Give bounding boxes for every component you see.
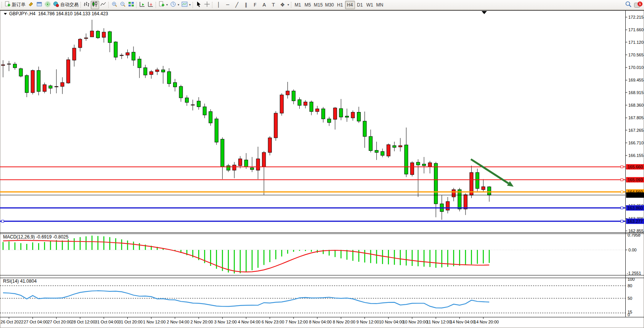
text-label-tool[interactable]: T: [269, 1, 278, 9]
chart-type-group: [80, 0, 108, 10]
templates-button[interactable]: ▾: [180, 1, 192, 9]
timeframe-d1-button[interactable]: D1: [355, 1, 365, 9]
candle-body-up: [304, 102, 307, 106]
chart-background: [0, 10, 644, 328]
price-tick-label: 167.265: [628, 128, 644, 133]
hline-handle[interactable]: [621, 207, 623, 209]
candle-body-up: [191, 105, 194, 105]
arrows-tool[interactable]: ✥▾: [278, 1, 290, 9]
candle-body-down: [37, 70, 40, 91]
candle-body-down: [292, 91, 295, 101]
candle-body-down: [167, 72, 171, 84]
charts-window-button[interactable]: [35, 1, 43, 9]
trendline-tool[interactable]: ╱: [232, 1, 241, 9]
signals-button[interactable]: [43, 1, 52, 9]
chart-title-ohlc: 164.786 164.810 164.133 164.423: [38, 11, 108, 16]
candle-body-down: [25, 75, 29, 93]
brush-icon: [28, 1, 34, 8]
candle-body-up: [452, 190, 455, 197]
candle-body-up: [149, 72, 153, 75]
cursor-button[interactable]: [194, 1, 203, 9]
hline-price-label: 163.860: [628, 206, 643, 210]
hline-handle[interactable]: [621, 220, 623, 222]
candle-body-up: [446, 202, 450, 210]
timeframe-h4-button[interactable]: H4: [345, 1, 355, 9]
price-tick-label: 169.455: [628, 78, 644, 82]
line-chart-button[interactable]: [99, 1, 108, 9]
text-tool[interactable]: A: [260, 1, 269, 9]
trade-group: 新订单 自动交易: [1, 0, 80, 10]
candle-body-down: [375, 150, 378, 152]
candle-body-up: [351, 112, 355, 118]
time-tick-label: 1 Nov 12:00: [143, 320, 165, 324]
candle-body-down: [96, 31, 100, 38]
timeframe-m1-button[interactable]: M1: [293, 1, 303, 9]
horizontal-line-tool[interactable]: ─: [223, 1, 232, 9]
text-label-tool-icon: T: [270, 2, 277, 8]
time-tick-label: 28 Oct 12:00: [71, 320, 95, 324]
crosshair-button[interactable]: [203, 1, 211, 9]
clock-icon: [170, 1, 176, 8]
timeframe-m15-button[interactable]: M15: [313, 1, 324, 9]
hline-handle[interactable]: [621, 191, 623, 193]
candle-body-up: [398, 146, 402, 147]
time-tick-label: 9 Nov 12:00: [357, 320, 379, 324]
candle-body-down: [144, 68, 147, 75]
tile-windows-button[interactable]: [127, 1, 135, 9]
candle-body-up: [262, 152, 266, 166]
periods-button[interactable]: ▾: [169, 1, 180, 9]
zoom-out-button[interactable]: [119, 1, 127, 9]
candle-body-up: [55, 86, 58, 87]
bar-chart-button[interactable]: [82, 1, 91, 9]
price-tick-label: 167.805: [628, 115, 644, 120]
hline-handle[interactable]: [2, 220, 4, 222]
line-chart-icon: [100, 1, 106, 8]
zoom-in-button[interactable]: [110, 1, 119, 9]
caret-down-icon: ▾: [166, 3, 168, 6]
hline-price-label: 163.277: [628, 219, 643, 224]
candle-body-up: [67, 60, 70, 83]
scroll-group: [135, 0, 155, 10]
time-tick-label: 7 Nov 12:00: [285, 320, 308, 324]
indicators-button[interactable]: ▾: [157, 1, 169, 9]
candle-body-down: [381, 152, 384, 155]
candle-body-up: [333, 108, 337, 119]
timeframe-w1-button[interactable]: W1: [365, 1, 375, 9]
styler-button[interactable]: [27, 1, 35, 9]
fibonacci-tool[interactable]: F: [251, 1, 260, 9]
candle-body-up: [256, 159, 260, 170]
indicators-icon: [159, 1, 165, 8]
candle-body-down: [321, 109, 325, 119]
hline-price-label: 165.093: [628, 178, 643, 182]
hline-handle[interactable]: [621, 179, 623, 181]
candle-body-up: [7, 64, 11, 64]
chart-canvas[interactable]: 172.215171.660171.120170.565170.010169.4…: [0, 10, 644, 328]
candle-body-up: [43, 85, 46, 91]
price-tick-label: 171.660: [628, 27, 644, 32]
notifications-button[interactable]: 1: [634, 2, 642, 8]
candle-body-down: [138, 59, 141, 68]
candlestick-chart-button[interactable]: [91, 1, 99, 9]
equidistant-channel-tool[interactable]: ∥: [241, 1, 251, 9]
zoom-out-icon: [120, 1, 126, 8]
horizontal-line-tool-icon: ─: [224, 2, 231, 8]
hline-handle[interactable]: [621, 166, 623, 168]
new-order-button[interactable]: 新订单: [3, 1, 27, 9]
text-tool-icon: A: [261, 2, 268, 8]
drawing-tools-group: │─╱∥FAT✥▾: [211, 0, 290, 10]
timeframe-h1-button[interactable]: H1: [335, 1, 345, 9]
macd-label: MACD(12,26,9) -0.6919 -0.8025: [3, 234, 69, 240]
candle-body-down: [132, 52, 135, 60]
autotrade-button[interactable]: 自动交易: [52, 1, 80, 9]
timeframe-mn-button[interactable]: MN: [375, 1, 385, 9]
vertical-line-tool[interactable]: │: [214, 1, 223, 9]
timeframe-m5-button[interactable]: M5: [303, 1, 313, 9]
zoom-group: [108, 0, 135, 10]
chart-shift-button[interactable]: [146, 1, 155, 9]
fibonacci-tool-icon: F: [252, 2, 259, 8]
hline-price-label: 165.660: [628, 165, 643, 169]
timeframe-m30-button[interactable]: M30: [324, 1, 335, 9]
candle-body-down: [221, 139, 224, 166]
auto-scroll-button[interactable]: [138, 1, 146, 9]
search-icon[interactable]: [625, 1, 632, 9]
